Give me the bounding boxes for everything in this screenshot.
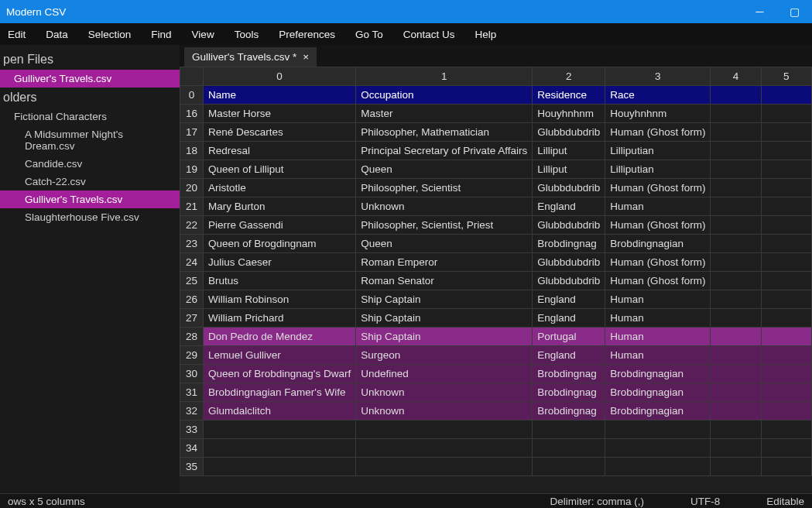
cell[interactable]: Queen of Brobdingnag's Dwarf	[204, 365, 356, 383]
cell[interactable]: Master	[356, 105, 533, 123]
row-number[interactable]: 27	[180, 309, 204, 328]
cell[interactable]: Human	[605, 328, 711, 346]
cell[interactable]	[711, 420, 761, 439]
cell[interactable]	[605, 458, 711, 476]
cell[interactable]: England	[533, 197, 605, 216]
cell[interactable]: Glubbdubdrib	[533, 179, 605, 197]
cell[interactable]	[356, 439, 533, 458]
row-number[interactable]: 29	[180, 346, 204, 365]
cell[interactable]: Brobdingnag	[533, 235, 605, 253]
cell[interactable]	[761, 86, 811, 105]
cell[interactable]	[711, 365, 761, 383]
col-header[interactable]: 4	[711, 67, 761, 86]
row-number[interactable]: 16	[180, 105, 204, 123]
cell[interactable]	[356, 458, 533, 476]
cell[interactable]: William Prichard	[204, 309, 356, 328]
cell[interactable]	[711, 179, 761, 197]
cell[interactable]: England	[533, 346, 605, 365]
cell[interactable]	[761, 420, 811, 439]
row-number[interactable]: 32	[180, 402, 204, 420]
cell[interactable]	[761, 402, 811, 420]
menu-view[interactable]: View	[187, 26, 219, 43]
cell[interactable]: Portugal	[533, 328, 605, 346]
cell[interactable]: Redresal	[204, 142, 356, 160]
cell[interactable]	[356, 420, 533, 439]
cell[interactable]: Queen of Brogdingnam	[204, 235, 356, 253]
cell[interactable]: Glubbdubdrib	[533, 216, 605, 235]
row-number[interactable]: 21	[180, 197, 204, 216]
cell[interactable]	[761, 160, 811, 179]
cell[interactable]: England	[533, 290, 605, 309]
grid-corner[interactable]	[180, 67, 204, 86]
cell[interactable]	[711, 142, 761, 160]
cell[interactable]	[761, 309, 811, 328]
cell[interactable]	[605, 420, 711, 439]
cell[interactable]: Human	[605, 197, 711, 216]
cell[interactable]	[761, 197, 811, 216]
menu-tools[interactable]: Tools	[230, 26, 264, 43]
cell[interactable]: Don Pedro de Mendez	[204, 328, 356, 346]
row-number[interactable]: 34	[180, 439, 204, 458]
cell[interactable]	[204, 439, 356, 458]
cell[interactable]: England	[533, 309, 605, 328]
cell[interactable]: Brobdingnag	[533, 365, 605, 383]
cell[interactable]	[761, 328, 811, 346]
cell[interactable]	[711, 86, 761, 105]
cell[interactable]: Human	[605, 290, 711, 309]
row-number[interactable]: 33	[180, 420, 204, 439]
menu-selection[interactable]: Selection	[84, 26, 136, 43]
cell[interactable]	[711, 272, 761, 290]
cell[interactable]: Julius Caeser	[204, 253, 356, 272]
cell[interactable]: Lilliput	[533, 142, 605, 160]
cell[interactable]: Glubbdubdrib	[533, 253, 605, 272]
cell[interactable]	[533, 420, 605, 439]
maximize-button[interactable]: ▢	[777, 0, 812, 23]
cell[interactable]	[761, 235, 811, 253]
cell[interactable]	[761, 123, 811, 142]
row-number[interactable]: 0	[180, 86, 204, 105]
cell[interactable]: Human	[605, 309, 711, 328]
cell[interactable]: Queen	[356, 160, 533, 179]
cell[interactable]: Aristotle	[204, 179, 356, 197]
cell[interactable]: Ship Captain	[356, 290, 533, 309]
cell[interactable]: Residence	[533, 86, 605, 105]
col-header[interactable]: 3	[605, 67, 711, 86]
cell[interactable]	[711, 402, 761, 420]
folder-file[interactable]: Gulliver's Travels.csv	[0, 190, 180, 208]
cell[interactable]: Surgeon	[356, 346, 533, 365]
cell[interactable]	[711, 105, 761, 123]
cell[interactable]	[761, 439, 811, 458]
col-header[interactable]: 1	[356, 67, 533, 86]
cell[interactable]	[711, 197, 761, 216]
row-number[interactable]: 31	[180, 383, 204, 402]
cell[interactable]	[711, 346, 761, 365]
folder-file[interactable]: Catch-22.csv	[0, 173, 180, 190]
cell[interactable]	[761, 253, 811, 272]
cell[interactable]: Race	[605, 86, 711, 105]
cell[interactable]: Queen	[356, 235, 533, 253]
cell[interactable]: Unknown	[356, 197, 533, 216]
cell[interactable]	[711, 253, 761, 272]
cell[interactable]	[761, 346, 811, 365]
menu-go-to[interactable]: Go To	[351, 26, 388, 43]
cell[interactable]	[533, 439, 605, 458]
cell[interactable]: William Robinson	[204, 290, 356, 309]
row-number[interactable]: 30	[180, 365, 204, 383]
cell[interactable]: Brobdingnag	[533, 383, 605, 402]
cell[interactable]	[711, 458, 761, 476]
cell[interactable]: Human (Ghost form)	[605, 253, 711, 272]
cell[interactable]	[761, 216, 811, 235]
menu-data[interactable]: Data	[41, 26, 73, 43]
row-number[interactable]: 35	[180, 458, 204, 476]
cell[interactable]: Houyhnhnm	[533, 105, 605, 123]
tab-active[interactable]: Gulliver's Travels.csv * ×	[184, 47, 317, 67]
cell[interactable]	[711, 123, 761, 142]
cell[interactable]: Queen of Lilliput	[204, 160, 356, 179]
close-icon[interactable]: ×	[303, 51, 309, 63]
cell[interactable]	[761, 105, 811, 123]
col-header[interactable]: 0	[204, 67, 356, 86]
cell[interactable]: Glubbdubdrib	[533, 272, 605, 290]
cell[interactable]: Human (Ghost form)	[605, 123, 711, 142]
cell[interactable]: Brobdingnagian	[605, 235, 711, 253]
cell[interactable]	[711, 328, 761, 346]
